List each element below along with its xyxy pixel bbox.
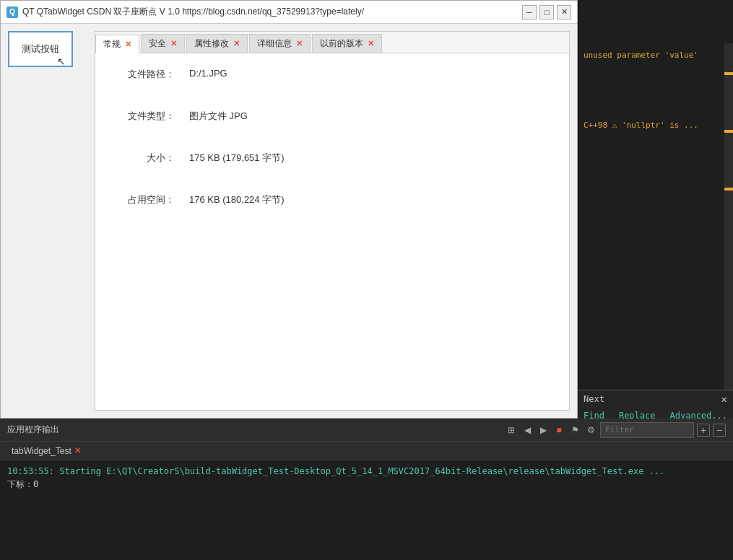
marker-3 [724,188,733,191]
path-label: 文件路径： [117,68,175,81]
tab-widget: 常规 ✕ 安全 ✕ 属性修改 ✕ 详细信息 ✕ 以前的版本 ✕ [95,31,570,411]
output-tab-strip: tabWidget_Test ✕ [0,442,733,460]
app-window: Q QT QTabWidget CSDN 双子座断点 V 1.0 https:/… [0,0,578,419]
tab-0[interactable]: 常规 ✕ [95,35,139,53]
marker-2 [724,130,733,133]
tab-content: 文件路径： D:/1.JPG 文件类型： 图片文件 JPG 大小： 175 KB… [95,53,569,410]
size-label: 大小： [117,152,175,165]
type-label: 文件类型： [117,110,175,123]
cursor-icon: ↖ [57,56,66,67]
add-button[interactable]: + [697,424,710,437]
marker-bar [724,43,733,390]
file-path-row: 文件路径： D:/1.JPG [117,68,547,81]
output-controls: ⊞ ◀ ▶ ■ ⚑ ⚙ + − [505,422,726,438]
file-type-row: 文件类型： 图片文件 JPG [117,110,547,123]
title-bar: Q QT QTabWidget CSDN 双子座断点 V 1.0 https:/… [1,1,577,24]
output-tab-close[interactable]: ✕ [74,446,81,455]
output-tab-tabwidget[interactable]: tabWidget_Test ✕ [6,445,87,458]
output-content: 10:53:55: Starting E:\QT\CreatorS\build-… [0,460,733,560]
output-line-2: 下标：0 [7,478,726,491]
content-area: 测试按钮 ↖ 常规 ✕ 安全 ✕ 属性修改 ✕ [1,24,577,418]
output-ctrl-2[interactable]: ◀ [521,424,534,437]
filter-input[interactable] [600,422,694,438]
file-space-row: 占用空间： 176 KB (180,224 字节) [117,193,547,206]
find-bar-header: Next ✕ [578,390,733,408]
output-ctrl-3[interactable]: ▶ [537,424,550,437]
marker-1 [724,72,733,75]
tab-close-1[interactable]: ✕ [170,39,177,48]
restore-button[interactable]: □ [539,5,554,19]
left-panel: 测试按钮 ↖ [8,31,87,411]
space-value: 176 KB (180,224 字节) [189,193,285,206]
window-controls: ─ □ ✕ [522,5,571,19]
tab-2[interactable]: 属性修改 ✕ [186,34,248,53]
output-ctrl-4[interactable]: ⚑ [568,424,581,437]
tab-3[interactable]: 详细信息 ✕ [249,34,311,53]
path-value: D:/1.JPG [189,68,227,81]
tab-close-4[interactable]: ✕ [368,39,374,48]
minimize-button[interactable]: ─ [522,5,537,19]
space-label: 占用空间： [117,193,175,206]
test-button[interactable]: 测试按钮 ↖ [8,31,73,67]
window-title: QT QTabWidget CSDN 双子座断点 V 1.0 https://b… [22,6,364,18]
file-size-row: 大小： 175 KB (179,651 字节) [117,152,547,165]
code-cpp-line: C++98 ⚠ 'nullptr' is ... [578,119,733,131]
tab-close-0[interactable]: ✕ [125,40,131,49]
output-ctrl-stop[interactable]: ■ [552,424,565,437]
output-ctrl-settings[interactable]: ⚙ [584,424,597,437]
bottom-panel: 应用程序输出 ⊞ ◀ ▶ ■ ⚑ ⚙ + − tabWidget_Test ✕ … [0,419,733,560]
code-warning-line: unused parameter 'value' [578,49,733,61]
minus-button[interactable]: − [713,424,726,437]
title-bar-left: Q QT QTabWidget CSDN 双子座断点 V 1.0 https:/… [6,6,364,18]
code-panel: unused parameter 'value' C++98 ⚠ 'nullpt… [578,0,733,419]
output-line-1: 10:53:55: Starting E:\QT\CreatorS\build-… [7,465,726,478]
tab-bar: 常规 ✕ 安全 ✕ 属性修改 ✕ 详细信息 ✕ 以前的版本 ✕ [95,32,569,53]
type-value: 图片文件 JPG [189,110,248,123]
find-bar-title-text: Next [584,394,604,404]
output-title: 应用程序输出 [7,424,59,436]
output-header: 应用程序输出 ⊞ ◀ ▶ ■ ⚑ ⚙ + − [0,419,733,442]
tab-close-2[interactable]: ✕ [233,39,240,48]
tab-close-3[interactable]: ✕ [296,39,303,48]
tab-1[interactable]: 安全 ✕ [141,34,185,53]
app-icon: Q [6,6,18,18]
output-ctrl-1[interactable]: ⊞ [505,424,518,437]
tab-4[interactable]: 以前的版本 ✕ [312,34,382,53]
size-value: 175 KB (179,651 字节) [189,152,285,165]
close-button[interactable]: ✕ [557,5,571,19]
find-bar-close-button[interactable]: ✕ [721,393,727,405]
